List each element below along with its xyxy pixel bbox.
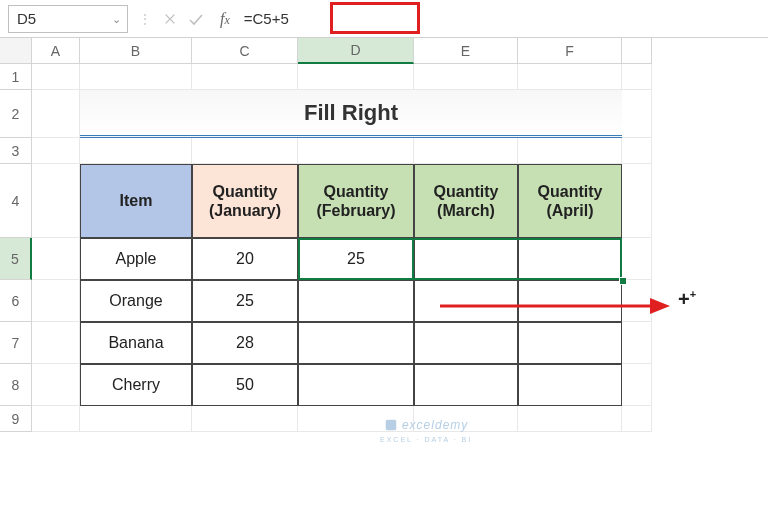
cell-a3[interactable] xyxy=(32,138,80,164)
formula-text: =C5+5 xyxy=(244,10,289,27)
cell-g7[interactable] xyxy=(622,322,652,364)
row-header-5[interactable]: 5 xyxy=(0,238,32,280)
cell-b5[interactable]: Apple xyxy=(80,238,192,280)
page-title: Fill Right xyxy=(304,100,398,126)
col-header-e[interactable]: E xyxy=(414,38,518,64)
cell-f3[interactable] xyxy=(518,138,622,164)
grid-rows: 1 2 Fill Right 3 4 xyxy=(0,64,768,432)
cell-f1[interactable] xyxy=(518,64,622,90)
enter-icon[interactable] xyxy=(188,11,204,27)
cell-g1[interactable] xyxy=(622,64,652,90)
cell-a9[interactable] xyxy=(32,406,80,432)
name-box-value: D5 xyxy=(17,10,36,27)
cell-c5[interactable]: 20 xyxy=(192,238,298,280)
cell-g4[interactable] xyxy=(622,164,652,238)
cell-a4[interactable] xyxy=(32,164,80,238)
cell-g9[interactable] xyxy=(622,406,652,432)
header-apr-label: Quantity (April) xyxy=(523,182,617,220)
cell-d5[interactable]: 25 xyxy=(298,238,414,280)
item-0: Apple xyxy=(116,250,157,268)
cell-g2[interactable] xyxy=(622,90,652,138)
cell-a8[interactable] xyxy=(32,364,80,406)
cell-e8[interactable] xyxy=(414,364,518,406)
cell-b6[interactable]: Orange xyxy=(80,280,192,322)
cell-a6[interactable] xyxy=(32,280,80,322)
row-header-1[interactable]: 1 xyxy=(0,64,32,90)
col-header-f[interactable]: F xyxy=(518,38,622,64)
header-january[interactable]: Quantity (January) xyxy=(192,164,298,238)
cell-c7[interactable]: 28 xyxy=(192,322,298,364)
row-header-3[interactable]: 3 xyxy=(0,138,32,164)
cell-f9[interactable] xyxy=(518,406,622,432)
col-header-c[interactable]: C xyxy=(192,38,298,64)
cell-d9[interactable] xyxy=(298,406,414,432)
cell-g5[interactable] xyxy=(622,238,652,280)
cell-f5[interactable] xyxy=(518,238,622,280)
row-header-8[interactable]: 8 xyxy=(0,364,32,406)
cell-f6[interactable] xyxy=(518,280,622,322)
col-header-b[interactable]: B xyxy=(80,38,192,64)
header-mar-label: Quantity (March) xyxy=(419,182,513,220)
formula-input[interactable]: =C5+5 xyxy=(244,5,289,33)
cell-c8[interactable]: 50 xyxy=(192,364,298,406)
cell-c1[interactable] xyxy=(192,64,298,90)
cell-a7[interactable] xyxy=(32,322,80,364)
cancel-icon[interactable] xyxy=(162,11,178,27)
header-february[interactable]: Quantity (February) xyxy=(298,164,414,238)
cell-f8[interactable] xyxy=(518,364,622,406)
item-3: Cherry xyxy=(112,376,160,394)
cell-e9[interactable] xyxy=(414,406,518,432)
cell-e5[interactable] xyxy=(414,238,518,280)
column-headers: A B C D E F xyxy=(0,38,768,64)
cell-d1[interactable] xyxy=(298,64,414,90)
cell-b3[interactable] xyxy=(80,138,192,164)
chevron-down-icon[interactable]: ⌄ xyxy=(112,12,121,25)
cell-e7[interactable] xyxy=(414,322,518,364)
row-header-7[interactable]: 7 xyxy=(0,322,32,364)
cell-d3[interactable] xyxy=(298,138,414,164)
col-header-a[interactable]: A xyxy=(32,38,80,64)
cell-g8[interactable] xyxy=(622,364,652,406)
col-header-d[interactable]: D xyxy=(298,38,414,64)
title-cell[interactable]: Fill Right xyxy=(80,90,622,138)
cell-a1[interactable] xyxy=(32,64,80,90)
spreadsheet-grid: A B C D E F 1 2 Fill Right 3 xyxy=(0,38,768,432)
row-header-4[interactable]: 4 xyxy=(0,164,32,238)
cell-d6[interactable] xyxy=(298,280,414,322)
cell-e1[interactable] xyxy=(414,64,518,90)
fx-icon[interactable]: fx xyxy=(220,10,230,28)
cell-b9[interactable] xyxy=(80,406,192,432)
cell-g3[interactable] xyxy=(622,138,652,164)
header-april[interactable]: Quantity (April) xyxy=(518,164,622,238)
cell-c3[interactable] xyxy=(192,138,298,164)
cell-b8[interactable]: Cherry xyxy=(80,364,192,406)
select-all-corner[interactable] xyxy=(0,38,32,64)
divider: ⋮ xyxy=(136,11,154,27)
cell-b7[interactable]: Banana xyxy=(80,322,192,364)
header-item[interactable]: Item xyxy=(80,164,192,238)
cell-e3[interactable] xyxy=(414,138,518,164)
cell-a5[interactable] xyxy=(32,238,80,280)
col-header-blank[interactable] xyxy=(622,38,652,64)
cell-b1[interactable] xyxy=(80,64,192,90)
header-jan-label: Quantity (January) xyxy=(197,182,293,220)
cell-e6[interactable] xyxy=(414,280,518,322)
header-feb-label: Quantity (February) xyxy=(303,182,409,220)
jan-0: 20 xyxy=(236,250,254,268)
formula-bar-buttons: fx xyxy=(162,10,236,28)
name-box[interactable]: D5 ⌄ xyxy=(8,5,128,33)
cell-d8[interactable] xyxy=(298,364,414,406)
cell-c6[interactable]: 25 xyxy=(192,280,298,322)
cell-d7[interactable] xyxy=(298,322,414,364)
watermark-tag: EXCEL · DATA · BI xyxy=(380,436,472,443)
row-header-9[interactable]: 9 xyxy=(0,406,32,432)
header-march[interactable]: Quantity (March) xyxy=(414,164,518,238)
jan-1: 25 xyxy=(236,292,254,310)
cell-a2[interactable] xyxy=(32,90,80,138)
cell-c9[interactable] xyxy=(192,406,298,432)
row-header-2[interactable]: 2 xyxy=(0,90,32,138)
item-2: Banana xyxy=(108,334,163,352)
cell-g6[interactable] xyxy=(622,280,652,322)
row-header-6[interactable]: 6 xyxy=(0,280,32,322)
cell-f7[interactable] xyxy=(518,322,622,364)
